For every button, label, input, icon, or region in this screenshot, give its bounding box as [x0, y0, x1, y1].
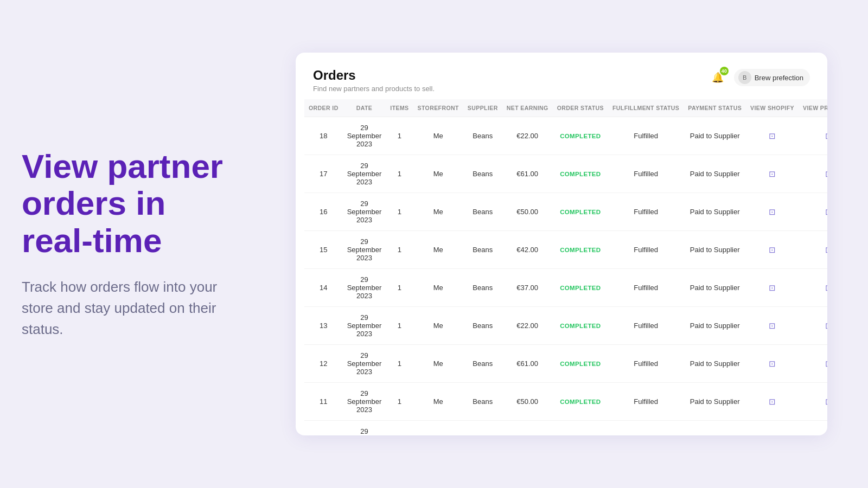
card-title: Orders [313, 68, 435, 83]
cell-id: 10 [304, 421, 343, 436]
table-row: 1029 September 20231MeBeans€42.00COMPLET… [304, 421, 827, 436]
cell-date: 29 September 2023 [343, 421, 386, 436]
cell-view-proposal[interactable]: ⊡ [799, 193, 827, 231]
user-pill[interactable]: B Brew prefection [734, 69, 810, 86]
cell-date: 29 September 2023 [343, 307, 386, 345]
cell-items: 1 [386, 193, 413, 231]
header-left: Orders Find new partners and products to… [313, 68, 435, 93]
user-name: Brew prefection [755, 74, 803, 82]
cell-storefront: Me [413, 269, 463, 307]
cell-fulfillment: Fulfilled [608, 383, 684, 421]
cell-supplier: Beans [463, 269, 502, 307]
cell-view-proposal[interactable]: ⊡ [799, 383, 827, 421]
cell-view-shopify[interactable]: ⊡ [746, 383, 799, 421]
cell-date: 29 September 2023 [343, 193, 386, 231]
cell-storefront: Me [413, 383, 463, 421]
cell-supplier: Beans [463, 345, 502, 383]
cell-date: 29 September 2023 [343, 269, 386, 307]
cell-supplier: Beans [463, 421, 502, 436]
cell-order-status: COMPLETED [553, 421, 608, 436]
cell-view-proposal[interactable]: ⊡ [799, 421, 827, 436]
table-row: 1129 September 20231MeBeans€50.00COMPLET… [304, 383, 827, 421]
cell-items: 1 [386, 345, 413, 383]
table-row: 1729 September 20231MeBeans€61.00COMPLET… [304, 155, 827, 193]
cell-id: 14 [304, 269, 343, 307]
cell-date: 29 September 2023 [343, 345, 386, 383]
cell-view-shopify[interactable]: ⊡ [746, 421, 799, 436]
cell-supplier: Beans [463, 383, 502, 421]
cell-fulfillment: Fulfilled [608, 345, 684, 383]
col-net-earning: NET EARNING [502, 99, 553, 117]
cell-payment: Paid to Supplier [684, 193, 746, 231]
cell-storefront: Me [413, 155, 463, 193]
notification-badge: 40 [720, 67, 729, 75]
cell-date: 29 September 2023 [343, 383, 386, 421]
col-items: ITEMS [386, 99, 413, 117]
cell-view-proposal[interactable]: ⊡ [799, 231, 827, 269]
cell-earning: €37.00 [502, 269, 553, 307]
col-fulfillment-status: FULFILLMENT STATUS [608, 99, 684, 117]
col-order-status: ORDER STATUS [553, 99, 608, 117]
subtext: Track how orders flow into your store an… [22, 277, 239, 340]
cell-order-status: COMPLETED [553, 117, 608, 155]
card-subtitle: Find new partners and products to sell. [313, 85, 435, 93]
cell-fulfillment: Fulfilled [608, 307, 684, 345]
cell-date: 29 September 2023 [343, 117, 386, 155]
cell-view-shopify[interactable]: ⊡ [746, 269, 799, 307]
cell-date: 29 September 2023 [343, 155, 386, 193]
cell-items: 1 [386, 155, 413, 193]
cell-storefront: Me [413, 231, 463, 269]
cell-storefront: Me [413, 421, 463, 436]
cell-payment: Paid to Supplier [684, 307, 746, 345]
cell-order-status: COMPLETED [553, 193, 608, 231]
cell-order-status: COMPLETED [553, 155, 608, 193]
notification-button[interactable]: 🔔 40 [708, 68, 727, 87]
cell-storefront: Me [413, 345, 463, 383]
cell-earning: €50.00 [502, 383, 553, 421]
cell-earning: €22.00 [502, 307, 553, 345]
cell-items: 1 [386, 307, 413, 345]
cell-supplier: Beans [463, 155, 502, 193]
cell-view-shopify[interactable]: ⊡ [746, 117, 799, 155]
table-row: 1529 September 20231MeBeans€42.00COMPLET… [304, 231, 827, 269]
col-supplier: SUPPLIER [463, 99, 502, 117]
cell-payment: Paid to Supplier [684, 269, 746, 307]
cell-fulfillment: Fulfilled [608, 421, 684, 436]
cell-earning: €22.00 [502, 117, 553, 155]
cell-storefront: Me [413, 117, 463, 155]
table-body: 1829 September 20231MeBeans€22.00COMPLET… [304, 117, 827, 436]
cell-supplier: Beans [463, 231, 502, 269]
cell-items: 1 [386, 117, 413, 155]
table-row: 1229 September 20231MeBeans€61.00COMPLET… [304, 345, 827, 383]
col-date: DATE [343, 99, 386, 117]
cell-fulfillment: Fulfilled [608, 155, 684, 193]
cell-view-shopify[interactable]: ⊡ [746, 307, 799, 345]
cell-earning: €61.00 [502, 155, 553, 193]
cell-id: 17 [304, 155, 343, 193]
cell-order-status: COMPLETED [553, 269, 608, 307]
cell-payment: Paid to Supplier [684, 231, 746, 269]
cell-earning: €61.00 [502, 345, 553, 383]
right-panel: Orders Find new partners and products to… [260, 42, 868, 446]
cell-order-status: COMPLETED [553, 307, 608, 345]
cell-view-shopify[interactable]: ⊡ [746, 231, 799, 269]
cell-supplier: Beans [463, 307, 502, 345]
cell-order-status: COMPLETED [553, 383, 608, 421]
col-view-proposal: VIEW PROPOSAL [799, 99, 827, 117]
col-payment-status: PAYMENT STATUS [684, 99, 746, 117]
cell-storefront: Me [413, 193, 463, 231]
cell-view-shopify[interactable]: ⊡ [746, 345, 799, 383]
cell-view-proposal[interactable]: ⊡ [799, 117, 827, 155]
cell-date: 29 September 2023 [343, 231, 386, 269]
cell-fulfillment: Fulfilled [608, 231, 684, 269]
cell-earning: €42.00 [502, 421, 553, 436]
cell-view-proposal[interactable]: ⊡ [799, 345, 827, 383]
cell-view-proposal[interactable]: ⊡ [799, 307, 827, 345]
cell-items: 1 [386, 269, 413, 307]
cell-view-proposal[interactable]: ⊡ [799, 269, 827, 307]
table-row: 1629 September 20231MeBeans€50.00COMPLET… [304, 193, 827, 231]
cell-view-shopify[interactable]: ⊡ [746, 193, 799, 231]
orders-card: Orders Find new partners and products to… [296, 53, 827, 435]
cell-view-proposal[interactable]: ⊡ [799, 155, 827, 193]
cell-view-shopify[interactable]: ⊡ [746, 155, 799, 193]
